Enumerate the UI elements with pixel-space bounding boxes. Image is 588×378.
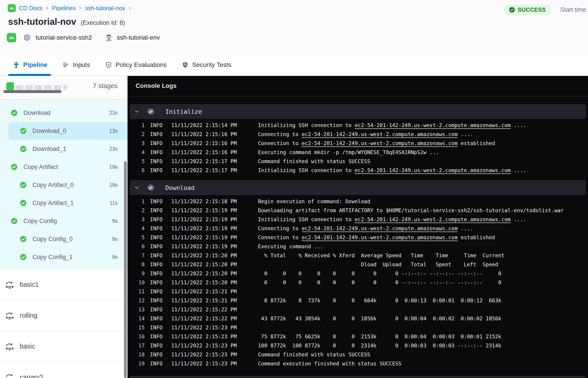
status-area: SUCCESS Start time	[504, 4, 586, 15]
breadcrumb-separator: >	[79, 5, 82, 11]
chevron-down-icon[interactable]	[134, 185, 139, 190]
log-line-number: 8	[128, 262, 145, 267]
stage-row-copy-config[interactable]: Copy Config9s	[0, 212, 128, 230]
log-level: INFO	[150, 140, 163, 146]
log-text: ....	[511, 216, 526, 222]
execution-sidebar: 7 stages Download23sDownload_013sDownloa…	[0, 76, 128, 378]
log-timestamp: 11/11/2022 2:15:22 PM	[171, 307, 237, 312]
log-section-header-initialize[interactable]: Initialize	[130, 104, 586, 119]
log-level: INFO	[150, 324, 163, 330]
stage-label: Copy Artifact	[23, 163, 58, 171]
log-line-number: 17	[128, 343, 145, 349]
stage-progress-segment[interactable]	[44, 85, 52, 90]
stage-duration: 9s	[112, 218, 118, 224]
stage-row-copy-artifact_1[interactable]: Copy Artifact_111s	[0, 194, 128, 212]
log-link[interactable]: ec2-54-201-142-249.us-west-2.compute.ama…	[302, 234, 457, 240]
stage-progress-segment[interactable]	[35, 85, 42, 90]
pipeline-row-canary2[interactable]: canary2	[0, 362, 128, 378]
log-line: 8INFO11/11/2022 2:15:20 PM Dload Upload …	[128, 260, 588, 269]
log-line-number: 13	[128, 307, 145, 312]
stage-row-copy-artifact_0[interactable]: Copy Artifact_019s	[0, 176, 128, 194]
stage-duration: 9s	[112, 254, 118, 260]
stage-duration: 9s	[112, 236, 118, 242]
pipeline-row-rolling[interactable]: rolling	[0, 300, 128, 331]
stage-progress-bar	[6, 82, 67, 90]
pipeline-row-basic[interactable]: basic	[0, 331, 128, 362]
pipeline-row-basic1[interactable]: basic1	[0, 270, 128, 300]
stage-count-label: 7 stages	[93, 82, 118, 90]
stage-label: Copy Config	[23, 218, 57, 225]
stage-row-copy-artifact[interactable]: Copy Artifact19s	[0, 158, 128, 176]
inputs-icon	[62, 61, 69, 68]
log-link[interactable]: ec2-54-201-142-249.us-west-2.compute.ama…	[302, 131, 457, 137]
stage-row-download_0[interactable]: Download_013s	[8, 122, 128, 140]
stage-row-download[interactable]: Download23s	[0, 104, 128, 122]
log-line-number: 11	[128, 289, 145, 295]
tab-bar: PipelineInputsPolicy EvaluationsSecurity…	[0, 54, 588, 76]
breadcrumb-link[interactable]: Pipelines	[52, 5, 76, 12]
log-link[interactable]: ec2-54-201-142-249.us-west-2.compute.ama…	[302, 140, 457, 146]
stage-progress-segment[interactable]	[25, 85, 33, 90]
log-section-header-download[interactable]: Download	[130, 180, 586, 195]
log-level: INFO	[150, 158, 163, 164]
log-line-number: 16	[128, 334, 145, 339]
stage-progress-segment[interactable]	[16, 85, 23, 90]
log-text: Connecting to	[258, 226, 302, 231]
stage-progress-segment[interactable]	[63, 85, 67, 90]
chevron-down-icon[interactable]	[134, 109, 139, 114]
breadcrumb-link[interactable]: CD Docs	[19, 5, 42, 12]
log-text: 0 0 0 0 0 0 0 0 --:--:-- --:--:-- --:--:…	[258, 280, 501, 285]
next-section-bar[interactable]	[130, 376, 586, 378]
log-line: 9INFO11/11/2022 2:15:20 PM 0 0 0 0 0 0 0…	[128, 269, 588, 278]
stage-progress-segment[interactable]	[6, 82, 14, 90]
rollback-pipeline-icon	[4, 280, 15, 290]
log-level: INFO	[150, 361, 163, 366]
stage-progress-segment[interactable]	[53, 85, 61, 90]
stage-row-download_1[interactable]: Download_123s	[0, 140, 128, 158]
tab-inputs[interactable]: Inputs	[62, 54, 90, 75]
log-timestamp: 11/11/2022 2:15:20 PM	[171, 253, 237, 258]
log-line: 2INFO11/11/2022 2:15:19 PMDownloading ar…	[128, 206, 588, 215]
log-line-number: 19	[128, 361, 145, 366]
harness-cd-logo-icon: ∞	[8, 4, 16, 12]
log-line: 12INFO11/11/2022 2:15:21 PM 8 8772k 8 73…	[128, 296, 588, 305]
log-line: 1INFO11/11/2022 2:15:14 PMInitializing S…	[128, 121, 588, 130]
log-timestamp: 11/11/2022 2:15:16 PM	[171, 140, 237, 146]
breadcrumb-separator: >	[128, 5, 131, 11]
log-line: 17INFO11/11/2022 2:15:23 PM100 8772k 100…	[128, 341, 588, 350]
log-line: 5INFO11/11/2022 2:15:19 PMConnection to …	[128, 233, 588, 242]
tab-label: Pipeline	[23, 61, 47, 68]
stage-progress-track[interactable]	[3, 90, 62, 93]
log-link[interactable]: ec2-54-201-142-249.us-west-2.compute.ama…	[355, 167, 510, 173]
log-link[interactable]: ec2-54-201-142-249.us-west-2.compute.ama…	[302, 226, 457, 231]
stage-duration: 11s	[110, 200, 118, 206]
service-name[interactable]: tutorial-service-ssh2	[36, 34, 92, 41]
log-level: INFO	[150, 226, 163, 231]
log-level: INFO	[150, 297, 163, 303]
tab-security-tests[interactable]: Security Tests	[182, 54, 231, 75]
stage-row-copy-config_1[interactable]: Copy Config_19s	[0, 248, 128, 266]
breadcrumb-separator: >	[45, 5, 49, 11]
log-timestamp: 11/11/2022 2:15:16 PM	[171, 131, 237, 137]
log-link[interactable]: ec2-54-201-142-249.us-west-2.compute.ama…	[355, 122, 510, 128]
log-timestamp: 11/11/2022 2:15:23 PM	[171, 352, 237, 357]
log-line: 15INFO11/11/2022 2:15:23 PM	[128, 323, 588, 332]
harness-cd-logo-icon: ∞	[7, 33, 16, 42]
log-line-number: 3	[128, 216, 145, 222]
tab-pipeline[interactable]: Pipeline	[13, 54, 47, 75]
log-text: ....	[511, 122, 526, 128]
log-line: 10INFO11/11/2022 2:15:20 PM 0 0 0 0 0 0 …	[128, 278, 588, 287]
stage-row-copy-config_0[interactable]: Copy Config_09s	[0, 230, 128, 248]
log-level: INFO	[150, 352, 163, 357]
log-timestamp: 11/11/2022 2:15:16 PM	[171, 149, 237, 155]
environment-name[interactable]: ssh-tutorial-env	[117, 34, 160, 41]
log-text: Dload Upload Total Spent Left Speed	[258, 262, 498, 267]
log-section-label: Download	[165, 184, 195, 191]
log-level: INFO	[150, 131, 163, 137]
sidebar-scrollbar[interactable]	[124, 161, 127, 378]
tab-policy-evaluations[interactable]: Policy Evaluations	[105, 54, 167, 75]
log-link[interactable]: ec2-54-201-142-249.us-west-2.compute.ama…	[355, 216, 510, 222]
check-circle-icon	[11, 218, 18, 224]
breadcrumb-link[interactable]: ssh-tutorial-nov	[85, 5, 125, 12]
log-text: Command finished with status SUCCESS	[258, 352, 370, 357]
